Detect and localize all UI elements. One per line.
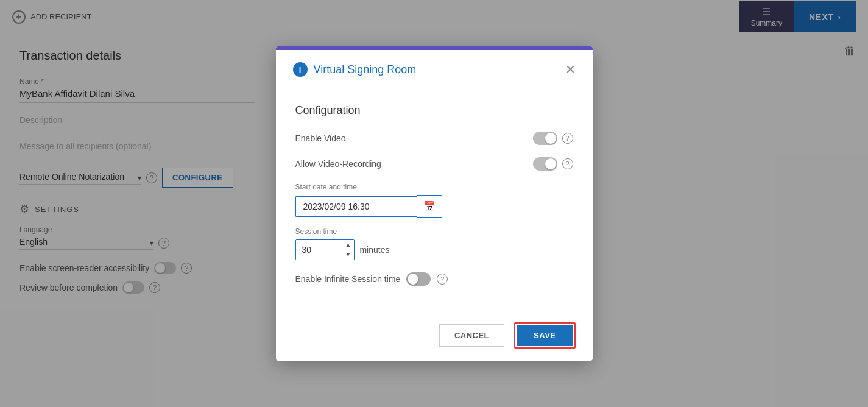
session-time-label: Session time	[295, 227, 573, 236]
modal-title-row: i Virtual Signing Room	[293, 62, 417, 77]
calendar-button[interactable]: 📅	[417, 195, 442, 218]
session-time-wrapper: Session time ▲ ▼ minutes	[295, 227, 573, 260]
close-icon: ✕	[565, 63, 576, 76]
cancel-button[interactable]: CANCEL	[439, 324, 504, 347]
modal-close-button[interactable]: ✕	[565, 63, 576, 76]
save-button[interactable]: SAVE	[517, 325, 573, 346]
allow-recording-controls: ?	[533, 157, 573, 171]
session-spinner-arrows: ▲ ▼	[342, 240, 355, 260]
session-time-input[interactable]	[296, 240, 342, 260]
start-datetime-wrapper: Start date and time 📅	[295, 183, 573, 218]
modal-title: Virtual Signing Room	[314, 63, 417, 76]
session-time-row: ▲ ▼ minutes	[295, 239, 573, 260]
modal-header: i Virtual Signing Room ✕	[276, 50, 593, 87]
enable-video-label-row: Enable Video	[295, 133, 346, 143]
session-increment-button[interactable]: ▲	[342, 240, 355, 250]
modal-body: Configuration Enable Video ? Allow Video…	[276, 87, 593, 315]
start-date-input[interactable]	[295, 196, 417, 217]
datetime-input-row: 📅	[295, 195, 573, 218]
enable-video-row: Enable Video ?	[295, 132, 573, 145]
infinite-session-help-icon[interactable]: ?	[437, 274, 448, 285]
modal-footer: CANCEL SAVE	[276, 315, 593, 361]
config-section-title: Configuration	[295, 104, 573, 117]
minutes-label: minutes	[359, 245, 389, 255]
save-button-wrapper: SAVE	[514, 322, 575, 349]
allow-recording-label: Allow Video-Recording	[295, 159, 381, 169]
calendar-icon: 📅	[423, 201, 436, 211]
allow-recording-help-icon[interactable]: ?	[562, 158, 573, 169]
modal-info-icon: i	[293, 62, 308, 77]
session-number-wrapper: ▲ ▼	[295, 239, 355, 260]
infinite-session-label: Enable Infinite Session time	[295, 274, 401, 284]
enable-video-label: Enable Video	[295, 133, 346, 143]
allow-recording-row: Allow Video-Recording ?	[295, 157, 573, 171]
infinite-session-row: Enable Infinite Session time ?	[295, 272, 573, 286]
infinite-session-toggle[interactable]	[406, 272, 431, 286]
start-date-label: Start date and time	[295, 183, 573, 191]
allow-recording-toggle[interactable]	[533, 157, 557, 171]
enable-video-controls: ?	[533, 132, 573, 145]
enable-video-help-icon[interactable]: ?	[562, 133, 573, 144]
enable-video-toggle[interactable]	[533, 132, 557, 145]
allow-recording-label-row: Allow Video-Recording	[295, 159, 381, 169]
session-decrement-button[interactable]: ▼	[342, 250, 355, 260]
virtual-signing-room-modal: i Virtual Signing Room ✕ Configuration E…	[276, 46, 593, 361]
